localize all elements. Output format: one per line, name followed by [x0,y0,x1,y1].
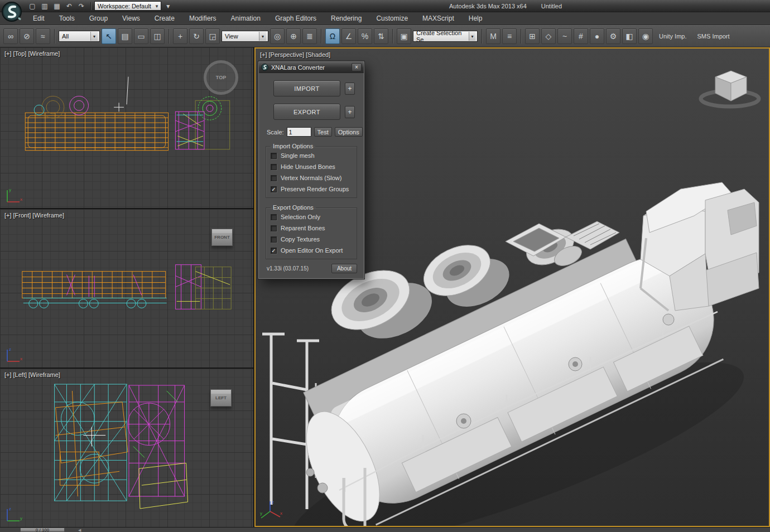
3dsmax-logo-button[interactable] [2,1,22,22]
redo-icon[interactable]: ↷ [76,1,87,11]
unlink-selection-icon[interactable]: ⊘ [20,28,34,44]
checkbox-label: Reparent Bones [281,225,325,231]
about-button[interactable]: About [331,264,357,273]
menu-animation[interactable]: Animation [224,12,268,25]
viewport-menu-pov[interactable]: [Left] [13,371,27,378]
checkbox-preserve-render-groups[interactable]: ✓ Preserve Render Groups [271,183,352,195]
menu-rendering[interactable]: Rendering [324,12,369,25]
menu-tools[interactable]: Tools [52,12,82,25]
viewport-menu-pov[interactable]: [Top] [13,50,27,57]
render-production-icon[interactable]: ◉ [638,28,653,44]
viewport-left[interactable]: [+] [Left] [Wireframe] [0,369,254,527]
dialog-titlebar[interactable]: XNALara Converter × [259,62,364,73]
schematic-view-icon[interactable]: # [574,28,588,44]
viewport-menu-shading[interactable]: [Shaded] [306,51,330,58]
unity-import-button[interactable]: Unity Imp. [654,33,691,40]
select-and-move-icon[interactable]: + [173,28,187,44]
checkbox-hide-unused-bones[interactable]: Hide Unused Bones [271,161,352,172]
viewcube-left-gizmo[interactable]: LEFT [210,389,232,407]
dialog-close-button[interactable]: × [352,63,362,71]
menu-create[interactable]: Create [147,12,182,25]
scale-input[interactable] [287,127,311,137]
window-crossing-icon[interactable]: ◫ [150,28,165,44]
new-scene-icon[interactable]: ▢ [27,1,38,11]
render-setup-icon[interactable]: ⚙ [606,28,620,44]
selection-filter-dropdown[interactable]: All ▾ [59,31,100,42]
mirror-icon[interactable]: M [486,28,501,44]
menu-modifiers[interactable]: Modifiers [182,12,224,25]
previous-frame-icon[interactable]: ◀ [78,528,81,532]
select-and-manipulate-icon[interactable]: ⊕ [286,28,301,44]
workspace-dropdown[interactable]: Workspace: Default ▾ [94,1,161,11]
graphite-ribbon-icon[interactable]: ◇ [541,28,556,44]
menu-views[interactable]: Views [115,12,147,25]
snap-toggle-3d-icon[interactable]: Ω [325,28,340,44]
checkbox-vertex-normals[interactable]: Vertex Normals (Slow) [271,172,352,183]
viewcube-top-gizmo[interactable]: TOP [204,60,238,95]
use-pivot-center-icon[interactable]: ◎ [270,28,285,44]
viewport-front[interactable]: [+] [Front] [Wireframe] [0,209,254,369]
viewport-menu-pov[interactable]: [Front] [13,212,31,219]
viewport-menu-shading[interactable]: [Wireframe] [32,212,64,219]
checkbox-selection-only[interactable]: Selection Only [271,211,352,223]
svg-text:y: y [9,187,11,192]
time-slider[interactable]: 0 / 100 ◀ [0,527,770,532]
percent-snap-icon[interactable]: % [358,28,372,44]
viewport-menu-general[interactable]: [+] [260,51,267,58]
viewcube[interactable] [697,59,764,112]
align-icon[interactable]: ≡ [502,28,517,44]
checkbox-copy-textures[interactable]: Copy Textures [271,234,352,245]
import-button[interactable]: IMPORT [273,80,340,96]
viewport-menu-shading[interactable]: [Wireframe] [28,371,60,378]
viewport-menu-general[interactable]: [+] [4,212,12,219]
sms-import-button[interactable]: SMS Import [693,33,734,40]
open-file-icon[interactable]: ▥ [39,1,50,11]
test-button[interactable]: Test [314,127,332,137]
checkbox-reparent-bones[interactable]: Reparent Bones [271,223,352,234]
menu-graph-editors[interactable]: Graph Editors [268,12,324,25]
reference-coordinate-dropdown[interactable]: View ▾ [222,31,268,42]
select-by-name-icon[interactable]: ▤ [118,28,132,44]
svg-text:z: z [9,347,11,352]
viewport-menu-pov[interactable]: [Perspective] [269,51,305,58]
viewport-menu-general[interactable]: [+] [4,371,12,378]
viewcube-left-label: LEFT [215,395,227,400]
select-object-icon[interactable]: ↖ [102,28,116,44]
export-button[interactable]: EXPORT [273,104,340,120]
undo-icon[interactable]: ↶ [64,1,75,11]
keyboard-shortcut-override-icon[interactable]: ≣ [302,28,317,44]
version-label: v1.33i (03.07.15) [267,265,309,272]
viewport-menu-general[interactable]: [+] [4,50,12,57]
save-file-icon[interactable]: ▦ [51,1,62,11]
menu-customize[interactable]: Customize [369,12,415,25]
curve-editor-icon[interactable]: ~ [557,28,572,44]
angle-snap-icon[interactable]: ∠ [341,28,356,44]
select-and-scale-icon[interactable]: ◲ [205,28,220,44]
edit-named-selection-sets-icon[interactable]: ▣ [397,28,411,44]
rectangular-selection-region-icon[interactable]: ▭ [134,28,148,44]
import-options-expand-button[interactable]: + [345,83,355,95]
options-button[interactable]: Options [335,127,363,137]
material-editor-icon[interactable]: ● [590,28,604,44]
bind-to-space-warp-icon[interactable]: ≈ [36,28,50,44]
menu-maxscript[interactable]: MAXScript [415,12,461,25]
viewport-top[interactable]: [+] [Top] [Wireframe] [0,47,254,209]
time-slider-handle[interactable]: 0 / 100 [20,528,65,532]
viewcube-front-gizmo[interactable]: FRONT [211,229,233,246]
reference-coordinate-value: View [225,33,238,40]
menu-group[interactable]: Group [82,12,115,25]
select-and-link-icon[interactable]: ∞ [3,28,18,44]
toolbar-options-icon[interactable]: ▾ [162,1,174,11]
viewport-menu-shading[interactable]: [Wireframe] [28,50,60,57]
menu-edit[interactable]: Edit [26,12,52,25]
checkbox-open-editor-on-export[interactable]: ✓ Open Editor On Export [271,245,352,256]
rendered-frame-window-icon[interactable]: ◧ [622,28,637,44]
select-and-rotate-icon[interactable]: ↻ [189,28,204,44]
checkbox-single-mesh[interactable]: Single mesh [271,150,352,161]
export-options-expand-button[interactable]: + [345,106,355,118]
dialog-title: XNALara Converter [271,64,349,71]
spinner-snap-icon[interactable]: ⇅ [374,28,388,44]
named-selection-set-dropdown[interactable]: Create Selection Se ▾ [413,31,478,42]
layer-manager-icon[interactable]: ⊞ [525,28,540,44]
menu-help[interactable]: Help [461,12,490,25]
